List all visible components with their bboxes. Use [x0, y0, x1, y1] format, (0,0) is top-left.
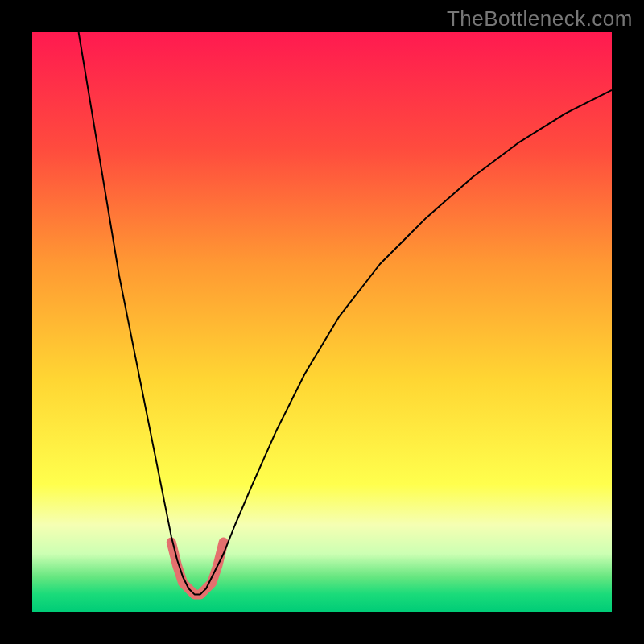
plot-area — [32, 32, 612, 612]
gradient-background — [32, 32, 612, 612]
chart-svg — [32, 32, 612, 612]
chart-frame: TheBottleneck.com — [0, 0, 644, 644]
watermark-text: TheBottleneck.com — [447, 6, 633, 31]
